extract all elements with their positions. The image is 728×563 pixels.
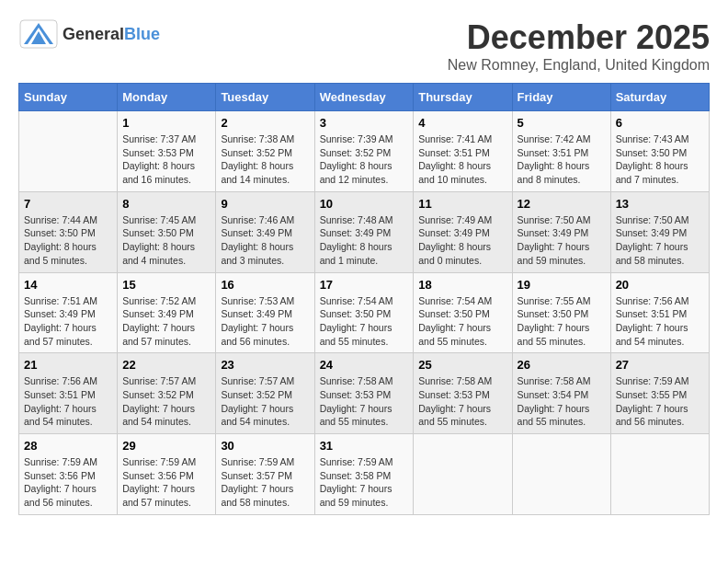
day-info: Sunrise: 7:52 AM Sunset: 3:49 PM Dayligh… — [122, 294, 210, 349]
day-info: Sunrise: 7:50 AM Sunset: 3:49 PM Dayligh… — [616, 213, 704, 268]
day-number: 23 — [221, 358, 309, 372]
calendar-cell: 10Sunrise: 7:48 AM Sunset: 3:49 PM Dayli… — [314, 191, 414, 272]
day-info: Sunrise: 7:58 AM Sunset: 3:53 PM Dayligh… — [320, 374, 409, 429]
day-number: 8 — [122, 197, 210, 211]
calendar-cell: 3Sunrise: 7:39 AM Sunset: 3:52 PM Daylig… — [314, 111, 414, 192]
day-info: Sunrise: 7:59 AM Sunset: 3:57 PM Dayligh… — [221, 455, 309, 510]
calendar-cell — [19, 111, 118, 192]
day-number: 25 — [418, 358, 506, 372]
day-number: 20 — [616, 278, 704, 292]
calendar-cell: 21Sunrise: 7:56 AM Sunset: 3:51 PM Dayli… — [19, 353, 118, 434]
day-info: Sunrise: 7:54 AM Sunset: 3:50 PM Dayligh… — [320, 294, 409, 349]
calendar-table: SundayMondayTuesdayWednesdayThursdayFrid… — [18, 83, 710, 515]
day-info: Sunrise: 7:41 AM Sunset: 3:51 PM Dayligh… — [418, 132, 506, 187]
week-row-2: 14Sunrise: 7:51 AM Sunset: 3:49 PM Dayli… — [19, 272, 710, 353]
calendar-cell: 29Sunrise: 7:59 AM Sunset: 3:56 PM Dayli… — [118, 434, 216, 515]
weekday-header-tuesday: Tuesday — [216, 84, 314, 111]
calendar-cell: 2Sunrise: 7:38 AM Sunset: 3:52 PM Daylig… — [216, 111, 314, 192]
calendar-cell: 25Sunrise: 7:58 AM Sunset: 3:53 PM Dayli… — [414, 353, 512, 434]
day-number: 3 — [320, 116, 409, 130]
day-info: Sunrise: 7:50 AM Sunset: 3:49 PM Dayligh… — [518, 213, 606, 268]
day-number: 14 — [24, 278, 112, 292]
day-info: Sunrise: 7:59 AM Sunset: 3:56 PM Dayligh… — [122, 455, 210, 510]
calendar-cell: 14Sunrise: 7:51 AM Sunset: 3:49 PM Dayli… — [19, 272, 118, 353]
day-info: Sunrise: 7:59 AM Sunset: 3:56 PM Dayligh… — [24, 455, 112, 510]
day-info: Sunrise: 7:42 AM Sunset: 3:51 PM Dayligh… — [518, 132, 606, 187]
day-info: Sunrise: 7:43 AM Sunset: 3:50 PM Dayligh… — [616, 132, 704, 187]
day-number: 12 — [518, 197, 606, 211]
logo-general-text: General — [63, 25, 124, 43]
title-area: December 2025 New Romney, England, Unite… — [448, 18, 710, 74]
calendar-cell: 27Sunrise: 7:59 AM Sunset: 3:55 PM Dayli… — [610, 353, 709, 434]
calendar-cell: 11Sunrise: 7:49 AM Sunset: 3:49 PM Dayli… — [414, 191, 512, 272]
week-row-3: 21Sunrise: 7:56 AM Sunset: 3:51 PM Dayli… — [19, 353, 710, 434]
calendar-cell — [512, 434, 610, 515]
day-number: 31 — [320, 439, 409, 453]
calendar-cell: 1Sunrise: 7:37 AM Sunset: 3:53 PM Daylig… — [118, 111, 216, 192]
calendar-cell: 23Sunrise: 7:57 AM Sunset: 3:52 PM Dayli… — [216, 353, 314, 434]
calendar-cell: 8Sunrise: 7:45 AM Sunset: 3:50 PM Daylig… — [118, 191, 216, 272]
day-number: 10 — [320, 197, 409, 211]
month-title: December 2025 — [448, 18, 710, 57]
day-number: 22 — [122, 358, 210, 372]
day-info: Sunrise: 7:46 AM Sunset: 3:49 PM Dayligh… — [221, 213, 309, 268]
day-number: 5 — [518, 116, 606, 130]
calendar-cell: 18Sunrise: 7:54 AM Sunset: 3:50 PM Dayli… — [414, 272, 512, 353]
day-info: Sunrise: 7:53 AM Sunset: 3:49 PM Dayligh… — [221, 294, 309, 349]
day-number: 11 — [418, 197, 506, 211]
calendar-cell: 6Sunrise: 7:43 AM Sunset: 3:50 PM Daylig… — [610, 111, 709, 192]
calendar-cell — [610, 434, 709, 515]
calendar-cell — [414, 434, 512, 515]
day-info: Sunrise: 7:48 AM Sunset: 3:49 PM Dayligh… — [320, 213, 409, 268]
calendar-cell: 17Sunrise: 7:54 AM Sunset: 3:50 PM Dayli… — [314, 272, 414, 353]
calendar-cell: 5Sunrise: 7:42 AM Sunset: 3:51 PM Daylig… — [512, 111, 610, 192]
weekday-row: SundayMondayTuesdayWednesdayThursdayFrid… — [19, 84, 710, 111]
day-info: Sunrise: 7:54 AM Sunset: 3:50 PM Dayligh… — [418, 294, 506, 349]
day-number: 27 — [616, 358, 704, 372]
day-info: Sunrise: 7:51 AM Sunset: 3:49 PM Dayligh… — [24, 294, 112, 349]
day-info: Sunrise: 7:38 AM Sunset: 3:52 PM Dayligh… — [221, 132, 309, 187]
calendar-cell: 15Sunrise: 7:52 AM Sunset: 3:49 PM Dayli… — [118, 272, 216, 353]
weekday-header-friday: Friday — [512, 84, 610, 111]
day-number: 15 — [122, 278, 210, 292]
day-number: 24 — [320, 358, 409, 372]
day-info: Sunrise: 7:57 AM Sunset: 3:52 PM Dayligh… — [221, 374, 309, 429]
calendar-cell: 28Sunrise: 7:59 AM Sunset: 3:56 PM Dayli… — [19, 434, 118, 515]
calendar-cell: 26Sunrise: 7:58 AM Sunset: 3:54 PM Dayli… — [512, 353, 610, 434]
calendar-cell: 30Sunrise: 7:59 AM Sunset: 3:57 PM Dayli… — [216, 434, 314, 515]
day-info: Sunrise: 7:49 AM Sunset: 3:49 PM Dayligh… — [418, 213, 506, 268]
day-number: 16 — [221, 278, 309, 292]
header: GeneralBlue December 2025 New Romney, En… — [18, 18, 710, 74]
weekday-header-monday: Monday — [118, 84, 216, 111]
location-title: New Romney, England, United Kingdom — [448, 57, 710, 74]
calendar-cell: 19Sunrise: 7:55 AM Sunset: 3:50 PM Dayli… — [512, 272, 610, 353]
day-number: 7 — [24, 197, 112, 211]
weekday-header-sunday: Sunday — [19, 84, 118, 111]
day-number: 30 — [221, 439, 309, 453]
logo: GeneralBlue — [18, 18, 160, 50]
weekday-header-saturday: Saturday — [610, 84, 709, 111]
calendar-cell: 31Sunrise: 7:59 AM Sunset: 3:58 PM Dayli… — [314, 434, 414, 515]
week-row-0: 1Sunrise: 7:37 AM Sunset: 3:53 PM Daylig… — [19, 111, 710, 192]
calendar-cell: 24Sunrise: 7:58 AM Sunset: 3:53 PM Dayli… — [314, 353, 414, 434]
day-number: 2 — [221, 116, 309, 130]
calendar-cell: 20Sunrise: 7:56 AM Sunset: 3:51 PM Dayli… — [610, 272, 709, 353]
logo-icon — [18, 18, 59, 50]
day-number: 19 — [518, 278, 606, 292]
calendar-cell: 12Sunrise: 7:50 AM Sunset: 3:49 PM Dayli… — [512, 191, 610, 272]
day-info: Sunrise: 7:44 AM Sunset: 3:50 PM Dayligh… — [24, 213, 112, 268]
calendar-cell: 9Sunrise: 7:46 AM Sunset: 3:49 PM Daylig… — [216, 191, 314, 272]
day-info: Sunrise: 7:55 AM Sunset: 3:50 PM Dayligh… — [518, 294, 606, 349]
day-info: Sunrise: 7:59 AM Sunset: 3:58 PM Dayligh… — [320, 455, 409, 510]
day-number: 29 — [122, 439, 210, 453]
day-number: 9 — [221, 197, 309, 211]
calendar-cell: 7Sunrise: 7:44 AM Sunset: 3:50 PM Daylig… — [19, 191, 118, 272]
day-info: Sunrise: 7:58 AM Sunset: 3:54 PM Dayligh… — [518, 374, 606, 429]
calendar-body: 1Sunrise: 7:37 AM Sunset: 3:53 PM Daylig… — [19, 111, 710, 515]
weekday-header-thursday: Thursday — [414, 84, 512, 111]
day-number: 13 — [616, 197, 704, 211]
day-info: Sunrise: 7:45 AM Sunset: 3:50 PM Dayligh… — [122, 213, 210, 268]
weekday-header-wednesday: Wednesday — [314, 84, 414, 111]
day-number: 28 — [24, 439, 112, 453]
day-number: 1 — [122, 116, 210, 130]
